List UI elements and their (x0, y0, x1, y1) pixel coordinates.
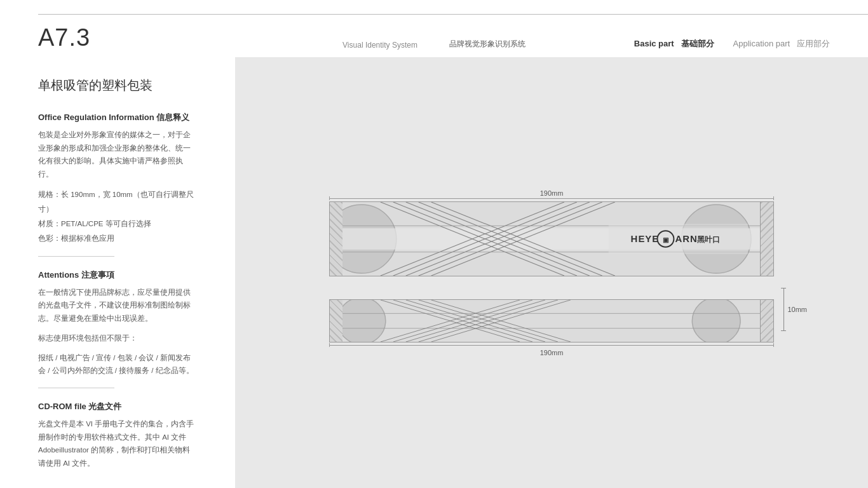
main-layout: 单根吸管的塑料包装 Office Regulation Information … (0, 57, 868, 488)
section2-body3: 报纸 / 电视广告 / 宣传 / 包装 / 会议 / 新闻发布会 / 公司内外部… (38, 351, 197, 377)
divider2 (38, 388, 114, 388)
app-part-label: Application part 应用部分 (733, 38, 830, 50)
dim-right-container: 10mm (783, 288, 807, 331)
dim-bottom-line (329, 345, 774, 346)
dim-bottom-label: 190mm (540, 349, 564, 356)
section1-body: 包装是企业对外形象宣传的媒体之一，对于企业形象的形成和加强企业形象的整体化、统一… (38, 128, 197, 181)
section2-title: Attentions 注意事項 (38, 269, 197, 281)
top-dimension: 190mm (329, 189, 774, 199)
brand-cn-label: 品牌视觉形象识别系统 (449, 39, 526, 50)
sidebar-title: 单根吸管的塑料包装 (38, 76, 197, 94)
bottom-dimension: 190mm (329, 345, 774, 356)
svg-text:ARN: ARN (675, 234, 697, 244)
svg-point-23 (342, 300, 386, 342)
svg-text:黑叶口: 黑叶口 (697, 234, 720, 243)
vis-identity-label: Visual Identity System (342, 41, 417, 50)
dim-top-label: 190mm (540, 189, 564, 197)
header-right: Basic part 基础部分 Application part 应用部分 (633, 14, 868, 57)
pkg-thin-inner (342, 300, 761, 342)
basic-part-label: Basic part 基础部分 (634, 38, 714, 50)
sidebar: 单根吸管的塑料包装 Office Regulation Information … (0, 57, 235, 488)
spec-line3: 色彩：根据标准色应用 (38, 231, 197, 246)
dim-right-label: 10mm (787, 306, 807, 313)
pkg-large-svg: HEYE ▣ ARN 黑叶口 (342, 202, 761, 276)
section3-body: 光盘文件是本 VI 手册电子文件的集合，内含手册制作时的专用软件格式文件。其中 … (38, 417, 197, 470)
diagrams-wrapper: 190mm (329, 189, 774, 356)
pkg-thin-wrapper: 10mm (329, 288, 774, 342)
dim-top-line (329, 198, 774, 199)
section1-title: Office Regulation Information 信息释义 (38, 112, 197, 123)
divider1 (38, 256, 114, 257)
svg-text:HEYE: HEYE (631, 234, 660, 244)
svg-text:▣: ▣ (663, 236, 668, 243)
header: A7.3 Visual Identity System 品牌视觉形象识别系统 B… (0, 0, 868, 57)
spec-line2: 材质：PET/AL/CPE 等可自行选择 (38, 217, 197, 231)
section2-body1: 在一般情况下使用品牌标志，应尽量使用提供的光盘电子文件，不建议使用标准制图绘制标… (38, 286, 197, 325)
pkg-thin-svg (342, 300, 761, 342)
header-left: A7.3 (0, 14, 235, 57)
page-id: A7.3 (38, 25, 90, 50)
pkg-thin (329, 299, 774, 342)
header-center: Visual Identity System 品牌视觉形象识别系统 (235, 14, 633, 57)
section3-title: CD-ROM file 光盘文件 (38, 401, 197, 412)
spec-line1: 规格：长 190mm，宽 10mm（也可自行调整尺寸） (38, 187, 197, 217)
pkg-large-inner: HEYE ▣ ARN 黑叶口 (342, 202, 761, 276)
svg-point-24 (692, 300, 740, 342)
pkg-large-outer: HEYE ▣ ARN 黑叶口 (329, 201, 774, 276)
content-area: 190mm (235, 57, 868, 488)
pkg-large: HEYE ▣ ARN 黑叶口 (329, 201, 774, 276)
dim-right-line (783, 288, 784, 331)
section2-body2: 标志使用环境包括但不限于： (38, 332, 197, 345)
